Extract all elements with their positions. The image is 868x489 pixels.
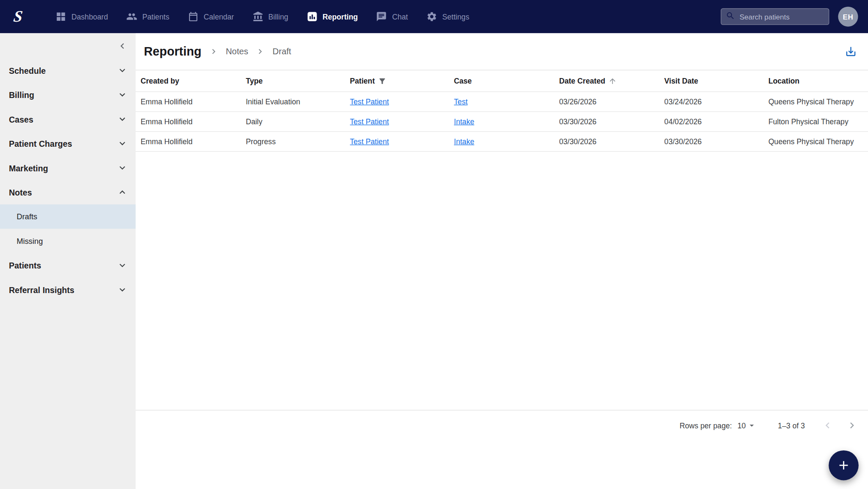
sidebar-item-missing[interactable]: Missing — [0, 229, 136, 253]
sidebar-item-cases[interactable]: Cases — [0, 107, 136, 131]
case-link[interactable]: Intake — [454, 137, 474, 146]
table-row[interactable]: Emma Hollifield Daily Test Patient Intak… — [136, 112, 868, 132]
chevron-down-icon — [117, 89, 128, 100]
filter-icon[interactable] — [378, 77, 387, 85]
nav-item-patients[interactable]: Patients — [126, 11, 170, 22]
breadcrumb-notes[interactable]: Notes — [226, 47, 248, 57]
sidebar-item-label: Notes — [9, 187, 32, 197]
column-header-patient[interactable]: Patient — [350, 77, 454, 85]
avatar[interactable]: EH — [838, 7, 858, 27]
nav-label: Settings — [442, 12, 470, 21]
cell-case: Intake — [454, 137, 559, 146]
bottom-padding — [136, 440, 868, 489]
sidebar-item-label: Schedule — [9, 66, 46, 75]
download-icon — [845, 45, 857, 58]
next-page-button[interactable] — [846, 419, 858, 432]
sidebar-item-label: Billing — [9, 90, 34, 99]
cell-location: Queens Physical Therapy — [768, 98, 868, 106]
sidebar-item-schedule[interactable]: Schedule — [0, 58, 136, 82]
sidebar-item-patients[interactable]: Patients — [0, 253, 136, 277]
sidebar-item-drafts[interactable]: Drafts — [0, 204, 136, 229]
nav-item-settings[interactable]: Settings — [426, 11, 470, 22]
sidebar-item-billing[interactable]: Billing — [0, 83, 136, 107]
rows-per-page-value: 10 — [737, 421, 746, 430]
sidebar-item-label: Cases — [9, 115, 33, 124]
pagination-range: 1–3 of 3 — [778, 421, 805, 430]
chevron-right-icon — [209, 47, 219, 57]
table-row[interactable]: Emma Hollifield Progress Test Patient In… — [136, 132, 868, 152]
dropdown-caret-icon — [747, 420, 757, 430]
cell-visit-date: 04/02/2026 — [664, 117, 768, 126]
page-body: Schedule Billing Cases Patient Charges M… — [0, 33, 868, 489]
column-header-case[interactable]: Case — [454, 77, 559, 85]
cell-patient: Test Patient — [350, 117, 454, 126]
sidebar-item-patient-charges[interactable]: Patient Charges — [0, 131, 136, 156]
add-button[interactable] — [829, 450, 859, 481]
case-link[interactable]: Test — [454, 98, 467, 106]
column-header-created-by[interactable]: Created by — [141, 77, 246, 85]
cell-location: Queens Physical Therapy — [768, 137, 868, 146]
plus-icon — [837, 458, 851, 472]
sidebar-subitem-label: Missing — [17, 237, 43, 246]
sidebar: Schedule Billing Cases Patient Charges M… — [0, 33, 136, 489]
nav-item-chat[interactable]: Chat — [376, 11, 408, 22]
sidebar-collapse[interactable] — [0, 33, 136, 58]
patient-link[interactable]: Test Patient — [350, 98, 389, 106]
chevron-down-icon — [117, 138, 128, 149]
chevron-down-icon — [117, 162, 128, 173]
main-content: Reporting Notes Draft Created by Type Pa… — [136, 33, 868, 489]
breadcrumb: Reporting Notes Draft — [144, 44, 291, 59]
previous-page-button[interactable] — [821, 419, 834, 432]
column-header-location[interactable]: Location — [768, 77, 868, 85]
nav-item-calendar[interactable]: Calendar — [188, 11, 234, 22]
nav-item-billing[interactable]: Billing — [252, 11, 288, 22]
chevron-right-icon — [846, 419, 858, 432]
column-header-type[interactable]: Type — [246, 77, 350, 85]
case-link[interactable]: Intake — [454, 117, 474, 126]
search-box[interactable] — [721, 8, 829, 25]
content-spacer — [136, 152, 868, 410]
nav-label: Billing — [268, 12, 288, 21]
patient-link[interactable]: Test Patient — [350, 117, 389, 126]
cell-date-created: 03/26/2026 — [559, 98, 664, 106]
sidebar-item-label: Patients — [9, 261, 41, 270]
column-header-date-created[interactable]: Date Created — [559, 77, 664, 85]
chat-icon — [376, 11, 387, 22]
chevron-down-icon — [117, 284, 128, 295]
sidebar-item-label: Patient Charges — [9, 139, 72, 148]
sidebar-item-marketing[interactable]: Marketing — [0, 156, 136, 180]
rows-per-page-label: Rows per page: — [679, 421, 732, 430]
cell-type: Initial Evaluation — [246, 98, 350, 106]
content-header: Reporting Notes Draft — [136, 33, 868, 70]
search-icon — [726, 11, 735, 22]
download-button[interactable] — [845, 45, 857, 58]
cell-created-by: Emma Hollifield — [141, 98, 246, 106]
cell-type: Daily — [246, 117, 350, 126]
sidebar-item-notes[interactable]: Notes — [0, 180, 136, 204]
app-root: S Dashboard Patients Calendar Billing — [0, 0, 868, 489]
chevron-down-icon — [117, 65, 128, 76]
rows-per-page-select[interactable]: 10 — [737, 420, 757, 430]
nav-item-reporting[interactable]: Reporting — [306, 11, 358, 22]
svg-text:S: S — [12, 7, 24, 25]
settings-icon — [426, 11, 437, 22]
app-logo[interactable]: S — [11, 7, 34, 27]
nav-label: Calendar — [203, 12, 234, 21]
table-row[interactable]: Emma Hollifield Initial Evaluation Test … — [136, 92, 868, 112]
sort-ascending-icon[interactable] — [609, 77, 617, 85]
cell-type: Progress — [246, 137, 350, 146]
patient-link[interactable]: Test Patient — [350, 137, 389, 146]
cell-date-created: 03/30/2026 — [559, 117, 664, 126]
column-label: Date Created — [559, 77, 605, 85]
cell-created-by: Emma Hollifield — [141, 117, 246, 126]
search-input[interactable] — [738, 12, 824, 21]
top-nav: S Dashboard Patients Calendar Billing — [0, 0, 868, 33]
nav-item-dashboard[interactable]: Dashboard — [56, 11, 108, 22]
primary-nav: Dashboard Patients Calendar Billing Repo… — [56, 11, 470, 22]
column-label: Location — [768, 77, 799, 85]
nav-label: Reporting — [323, 12, 358, 21]
column-header-visit-date[interactable]: Visit Date — [664, 77, 768, 85]
cell-case: Test — [454, 98, 559, 106]
sidebar-item-referral-insights[interactable]: Referral Insights — [0, 277, 136, 302]
chevron-left-icon — [117, 40, 128, 51]
